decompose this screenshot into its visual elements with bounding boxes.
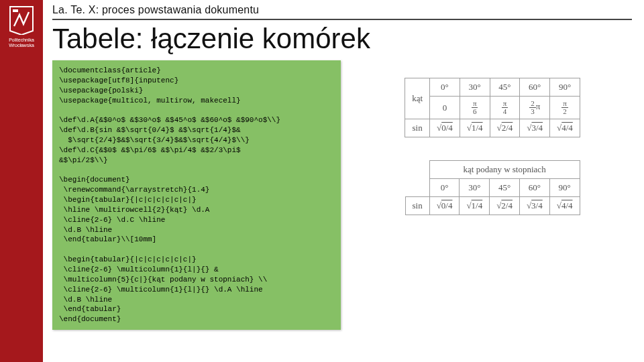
table-row: kąt podany w stopniach	[405, 161, 580, 179]
cell: √0/4	[429, 197, 460, 215]
cell: 45°	[490, 78, 520, 97]
slide: Politechnika Wrocławska La. Te. X: proce…	[0, 0, 644, 362]
cell: 0°	[430, 78, 460, 97]
rowhead-kat: kąt	[405, 78, 430, 119]
cell: √3/4	[519, 197, 549, 215]
cell: 0°	[429, 179, 460, 197]
sidebar: Politechnika Wrocławska	[0, 0, 43, 362]
empty-cell	[405, 179, 429, 197]
page-title: Tabele: łączenie komórek	[52, 24, 632, 54]
cell: 60°	[519, 179, 549, 197]
cell: 60°	[520, 78, 550, 97]
cell: 30°	[460, 78, 490, 97]
cell: 45°	[490, 179, 520, 197]
empty-cell	[405, 161, 429, 179]
cell: √2/4	[490, 197, 520, 215]
cell: 30°	[460, 179, 490, 197]
table-row: sin √0/4 √1/4 √2/4 √3/4 √4/4	[405, 119, 580, 137]
table-row: sin √0/4 √1/4 √2/4 √3/4 √4/4	[405, 197, 580, 215]
cell: 90°	[549, 179, 580, 197]
table-2: kąt podany w stopniach 0° 30° 45° 60° 90…	[405, 160, 580, 215]
rowhead-sin: sin	[405, 197, 429, 215]
cell: √4/4	[549, 197, 580, 215]
cell: 90°	[550, 78, 580, 97]
table-1: kąt 0° 30° 45° 60° 90° 0 π6 π4 23π π2	[405, 78, 580, 137]
logo-caption: Politechnika Wrocławska	[0, 38, 43, 48]
cell: 0	[430, 97, 460, 119]
cell: √1/4	[460, 197, 490, 215]
svg-rect-0	[13, 9, 18, 12]
cell: π4	[490, 97, 520, 119]
header-span: kąt podany w stopniach	[429, 161, 580, 179]
cell: √3/4	[520, 119, 550, 137]
table-row: 0° 30° 45° 60° 90°	[405, 179, 580, 197]
table-row: 0 π6 π4 23π π2	[405, 97, 580, 119]
cell: 23π	[520, 97, 550, 119]
latex-code-block: \documentclass{article} \usepackage[utf8…	[52, 60, 341, 330]
rendered-output: kąt 0° 30° 45° 60° 90° 0 π6 π4 23π π2	[353, 60, 632, 238]
body-row: \documentclass{article} \usepackage[utf8…	[52, 60, 632, 330]
cell: √1/4	[460, 119, 490, 137]
rowhead-sin: sin	[405, 119, 430, 137]
main-content: La. Te. X: proces powstawania dokumentu …	[43, 0, 644, 362]
cell: π2	[550, 97, 580, 119]
cell: π6	[460, 97, 490, 119]
cell: √2/4	[490, 119, 520, 137]
university-logo-icon	[6, 4, 37, 35]
val: 0	[443, 103, 447, 113]
table-row: kąt 0° 30° 45° 60° 90°	[405, 78, 580, 97]
breadcrumb: La. Te. X: proces powstawania dokumentu	[52, 4, 632, 20]
cell: √4/4	[550, 119, 580, 137]
cell: √0/4	[430, 119, 460, 137]
